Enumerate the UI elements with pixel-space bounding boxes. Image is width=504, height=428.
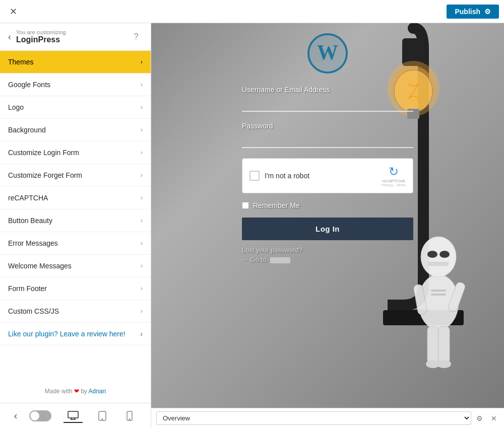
publish-button[interactable]: Publish ⚙ xyxy=(447,5,499,19)
captcha-box[interactable]: I'm not a robot ↻ reCAPTCHA Privacy - Te… xyxy=(242,158,413,193)
sidebar-item-background[interactable]: Background › xyxy=(0,119,151,141)
review-link[interactable]: Like our plugin? Leave a review here! › xyxy=(0,323,151,345)
svg-point-15 xyxy=(421,237,456,277)
help-button[interactable]: ? xyxy=(130,30,143,43)
recaptcha-icon: ↻ xyxy=(389,165,399,179)
sidebar-item-themes[interactable]: Themes › xyxy=(0,51,151,74)
recaptcha-sub: Privacy - Terms xyxy=(382,183,406,187)
tablet-icon xyxy=(98,411,106,421)
login-button[interactable]: Log In xyxy=(242,218,413,240)
settings-icon-button[interactable]: ⚙ xyxy=(474,412,485,424)
sidebar-item-customize-login-form[interactable]: Customize Login Form › xyxy=(0,141,151,164)
sidebar-item-google-fonts[interactable]: Google Fonts › xyxy=(0,74,151,96)
error-messages-label: Error Messages xyxy=(8,239,58,247)
mobile-icon xyxy=(127,411,133,421)
publish-label: Publish xyxy=(455,8,480,16)
svg-rect-18 xyxy=(428,262,449,266)
recaptcha-label: reCAPTCHA xyxy=(8,194,48,202)
recaptcha-label: reCAPTCHA xyxy=(382,179,405,183)
remember-checkbox[interactable] xyxy=(242,202,249,209)
customize-forget-form-label: Customize Forget Form xyxy=(8,171,82,179)
prev-button[interactable]: ‹ xyxy=(14,410,18,421)
sidebar-item-form-footer[interactable]: Form Footer › xyxy=(0,277,151,300)
customizing-title: LoginPress xyxy=(16,35,124,44)
svg-point-24 xyxy=(437,360,451,368)
login-overlay: W Username or Email Address Password xyxy=(242,33,413,265)
captcha-left: I'm not a robot xyxy=(249,171,309,181)
password-field: Password xyxy=(242,122,413,148)
login-form: Username or Email Address Password I'm n… xyxy=(242,86,413,263)
chevron-icon: › xyxy=(141,285,143,292)
status-close-button[interactable]: ✕ xyxy=(489,412,499,424)
status-bar: Overview ⚙ ✕ xyxy=(151,408,504,428)
svg-rect-22 xyxy=(438,326,450,364)
customize-login-form-label: Customize Login Form xyxy=(8,149,79,157)
captcha-right: ↻ reCAPTCHA Privacy - Terms xyxy=(382,165,406,187)
svg-rect-21 xyxy=(427,326,438,364)
sidebar: ‹ You are customizing LoginPress ? Theme… xyxy=(0,23,151,428)
svg-rect-0 xyxy=(68,411,78,418)
form-footer-label: Form Footer xyxy=(8,284,47,293)
toggle-switch[interactable] xyxy=(29,410,51,421)
status-icons: ⚙ ✕ xyxy=(474,412,499,424)
sidebar-item-error-messages[interactable]: Error Messages › xyxy=(0,232,151,255)
mobile-device-button[interactable] xyxy=(122,409,137,423)
sidebar-item-welcome-messages[interactable]: Welcome Messages › xyxy=(0,255,151,277)
svg-point-17 xyxy=(439,251,450,258)
chevron-icon: › xyxy=(141,217,143,224)
chevron-icon: › xyxy=(141,308,143,315)
lost-password-link[interactable]: Lost your password? xyxy=(242,246,413,254)
svg-point-7 xyxy=(129,418,130,419)
background-label: Background xyxy=(8,126,46,134)
tablet-device-button[interactable] xyxy=(94,409,110,423)
close-button[interactable]: ✕ xyxy=(5,4,21,20)
wp-logo: W xyxy=(242,33,413,76)
made-with-text: Made with ❤ by Adnan xyxy=(45,388,106,395)
sidebar-item-button-beauty[interactable]: Button Beauty › xyxy=(0,209,151,232)
svg-rect-25 xyxy=(431,290,446,292)
sidebar-item-recaptcha[interactable]: reCAPTCHA › xyxy=(0,187,151,209)
chevron-icon: › xyxy=(140,330,143,338)
overview-select[interactable]: Overview xyxy=(156,411,471,425)
welcome-messages-label: Welcome Messages xyxy=(8,262,72,270)
back-button[interactable]: ‹ xyxy=(8,32,11,42)
review-link-label: Like our plugin? Leave a review here! xyxy=(8,330,125,338)
main-area: ‹ You are customizing LoginPress ? Theme… xyxy=(0,23,504,428)
preview-area: W Username or Email Address Password xyxy=(151,23,504,428)
author-link[interactable]: Adnan xyxy=(89,388,106,395)
sidebar-item-customize-forget-form[interactable]: Customize Forget Form › xyxy=(0,164,151,187)
desktop-device-button[interactable] xyxy=(64,409,83,423)
form-links: Lost your password? ← Go to xyxy=(242,246,413,263)
custom-css-js-label: Custom CSS/JS xyxy=(8,307,59,315)
password-input[interactable] xyxy=(242,133,413,148)
logo-label: Logo xyxy=(8,103,24,111)
username-input[interactable] xyxy=(242,97,413,112)
google-fonts-label: Google Fonts xyxy=(8,81,50,89)
username-field: Username or Email Address xyxy=(242,86,413,112)
toggle-knob xyxy=(30,411,39,420)
sidebar-item-logo[interactable]: Logo › xyxy=(0,96,151,119)
top-bar: ✕ Publish ⚙ xyxy=(0,0,504,23)
sidebar-header: ‹ You are customizing LoginPress ? xyxy=(0,23,151,51)
chevron-icon: › xyxy=(141,194,143,201)
chevron-icon: › xyxy=(141,172,143,179)
go-to-placeholder xyxy=(270,257,290,263)
go-to-link: ← Go to xyxy=(242,256,413,263)
svg-rect-26 xyxy=(431,294,446,296)
sidebar-item-custom-css-js[interactable]: Custom CSS/JS › xyxy=(0,300,151,323)
chevron-icon: › xyxy=(141,149,143,156)
svg-point-5 xyxy=(102,418,103,419)
svg-text:W: W xyxy=(317,41,338,64)
remember-label: Remember Me xyxy=(253,201,300,209)
customizing-label: You are customizing xyxy=(16,29,124,35)
themes-label: Themes xyxy=(8,58,34,66)
captcha-text: I'm not a robot xyxy=(265,172,309,180)
customizing-info: You are customizing LoginPress xyxy=(16,29,124,44)
chevron-icon: › xyxy=(141,240,143,247)
captcha-checkbox[interactable] xyxy=(249,171,260,181)
made-with: Made with ❤ by Adnan xyxy=(0,380,151,403)
chevron-icon: › xyxy=(141,58,143,65)
button-beauty-label: Button Beauty xyxy=(8,217,52,225)
chevron-icon: › xyxy=(141,81,143,88)
publish-gear-icon: ⚙ xyxy=(484,8,491,16)
